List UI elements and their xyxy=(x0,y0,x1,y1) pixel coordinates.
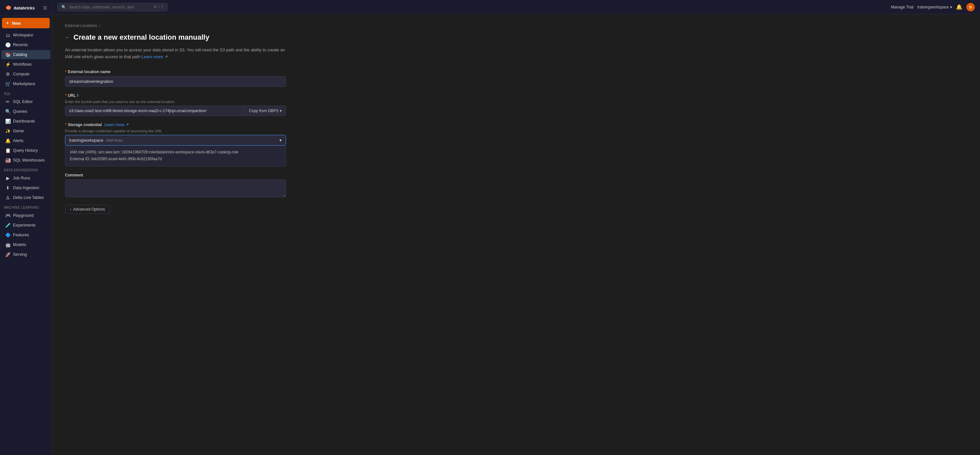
storage-cred-workspace: trainingworkspace xyxy=(69,138,103,143)
data-eng-section-label: Data Engineering xyxy=(0,165,52,173)
sidebar-item-workspace[interactable]: 🗂 Workspace xyxy=(1,30,50,40)
sidebar-item-catalog[interactable]: 📚 Catalog xyxy=(1,50,50,59)
compute-icon: ⚙ xyxy=(5,72,10,77)
workspace-icon: 🗂 xyxy=(5,32,10,38)
url-group: * URL ℹ Enter the bucket path that you w… xyxy=(65,93,286,116)
page-title-row: ← Create a new external location manuall… xyxy=(65,33,967,41)
sidebar-item-queries[interactable]: 🔍 Queries xyxy=(1,107,50,116)
topbar: 🔍 ⌘ + P Manage Trial trainingworkspace ▾… xyxy=(52,0,980,14)
sql-editor-icon: ✏ xyxy=(5,99,10,104)
url-hint: Enter the bucket path that you want to u… xyxy=(65,100,286,104)
storage-cred-required-marker: * xyxy=(65,123,67,127)
sidebar-label-query-history: Query History xyxy=(13,148,38,153)
breadcrumb-separator: › xyxy=(99,24,100,28)
copy-dbfs-button[interactable]: Copy from DBFS ▾ xyxy=(245,106,286,116)
genie-icon: ✨ xyxy=(5,128,10,134)
hamburger-icon[interactable]: ☰ xyxy=(41,3,49,12)
location-name-group: * External location name xyxy=(65,70,286,87)
sidebar-label-serving: Serving xyxy=(13,252,27,257)
storage-cred-hint: Provide a storage credential capable of … xyxy=(65,129,286,133)
storage-cred-group: * Storage credential Learn more ↗ Provid… xyxy=(65,123,286,166)
sidebar-item-query-history[interactable]: 📋 Query History xyxy=(1,146,50,155)
sidebar-top: databricks ☰ xyxy=(0,0,52,16)
query-history-icon: 📋 xyxy=(5,148,10,153)
sidebar-header: databricks ☰ xyxy=(3,3,49,13)
topbar-right: Manage Trial trainingworkspace ▾ 🔔 D xyxy=(891,3,975,11)
sidebar-label-delta-live: Delta Live Tables xyxy=(13,195,44,200)
search-bar[interactable]: 🔍 ⌘ + P xyxy=(57,3,168,11)
comment-input[interactable] xyxy=(65,180,286,197)
sidebar-item-sql-warehouses[interactable]: 🏭 SQL Warehouses xyxy=(1,156,50,165)
sidebar-item-marketplace[interactable]: 🛒 Marketplace xyxy=(1,79,50,88)
advanced-options-button[interactable]: › Advanced Options xyxy=(65,205,110,214)
sidebar-label-queries: Queries xyxy=(13,109,27,114)
sidebar: databricks ☰ ＋ New 🗂 Workspace 🕐 Recents… xyxy=(0,0,52,455)
sidebar-item-workflows[interactable]: ⚡ Workflows xyxy=(1,60,50,69)
queries-icon: 🔍 xyxy=(5,109,10,114)
sidebar-item-features[interactable]: 🔷 Features xyxy=(1,231,50,240)
models-icon: 🤖 xyxy=(5,242,10,247)
sidebar-item-recents[interactable]: 🕐 Recents xyxy=(1,40,50,49)
sidebar-item-sql-editor[interactable]: ✏ SQL Editor xyxy=(1,97,50,106)
job-runs-icon: ▶ xyxy=(5,175,10,181)
sidebar-label-sql-editor: SQL Editor xyxy=(13,99,33,104)
advanced-chevron-icon: › xyxy=(70,207,71,212)
data-ingestion-icon: ⬇ xyxy=(5,185,10,191)
sidebar-item-dashboards[interactable]: 📊 Dashboards xyxy=(1,117,50,126)
page-title: Create a new external location manually xyxy=(73,33,209,41)
storage-cred-selected-value: trainingworkspace (IAM Role) xyxy=(69,138,123,143)
sidebar-label-alerts: Alerts xyxy=(13,138,23,143)
workspace-name-label: trainingworkspace xyxy=(917,5,949,10)
sidebar-item-models[interactable]: 🤖 Models xyxy=(1,240,50,249)
url-input-row: Copy from DBFS ▾ xyxy=(65,106,286,116)
breadcrumb-link[interactable]: External Locations xyxy=(65,24,97,28)
sidebar-item-data-ingestion[interactable]: ⬇ Data Ingestion xyxy=(1,183,50,192)
avatar[interactable]: D xyxy=(966,3,975,11)
url-info-icon[interactable]: ℹ xyxy=(77,93,78,97)
sidebar-label-workflows: Workflows xyxy=(13,62,32,67)
url-required-marker: * xyxy=(65,93,67,98)
search-input[interactable] xyxy=(69,5,134,10)
manage-trial-link[interactable]: Manage Trial xyxy=(891,5,913,10)
sidebar-item-delta-live[interactable]: Δ Delta Live Tables xyxy=(1,193,50,202)
notifications-icon[interactable]: 🔔 xyxy=(956,4,963,10)
back-button[interactable]: ← xyxy=(65,35,70,40)
form-section: * External location name * URL ℹ Enter t… xyxy=(65,70,286,214)
learn-more-link[interactable]: Learn more xyxy=(142,54,163,59)
breadcrumb[interactable]: External Locations › xyxy=(65,24,967,28)
url-label-text: URL xyxy=(68,93,76,98)
sidebar-label-genie: Genie xyxy=(13,129,24,133)
plus-icon: ＋ xyxy=(5,20,10,26)
external-id-label: External ID: xyxy=(70,157,90,161)
storage-cred-dropdown[interactable]: trainingworkspace (IAM Role) ▾ xyxy=(65,135,286,146)
sidebar-item-compute[interactable]: ⚙ Compute xyxy=(1,70,50,79)
sidebar-item-job-runs[interactable]: ▶ Job Runs xyxy=(1,173,50,183)
storage-cred-learn-more-link[interactable]: Learn more xyxy=(104,123,124,127)
sidebar-item-alerts[interactable]: 🔔 Alerts xyxy=(1,136,50,145)
sidebar-item-experiments[interactable]: 🧪 Experiments xyxy=(1,221,50,230)
location-name-input[interactable] xyxy=(65,76,286,87)
sidebar-item-genie[interactable]: ✨ Genie xyxy=(1,126,50,135)
sidebar-item-playground[interactable]: 🎮 Playground xyxy=(1,211,50,220)
url-input[interactable] xyxy=(65,106,245,116)
storage-cred-info-box: IAM role (ARN): arn:aws:iam::18094196870… xyxy=(65,146,286,166)
location-name-label: * External location name xyxy=(65,70,286,74)
sidebar-item-serving[interactable]: 🚀 Serving xyxy=(1,250,50,259)
sql-section-label: SQL xyxy=(0,89,52,97)
sidebar-label-dashboards: Dashboards xyxy=(13,119,35,124)
sidebar-label-recents: Recents xyxy=(13,43,28,47)
new-button[interactable]: ＋ New xyxy=(2,18,50,28)
external-id-value: bdc039f2-eced-4e6c-8f0b-8c62195faa7d xyxy=(91,157,162,161)
sidebar-label-compute: Compute xyxy=(13,72,30,76)
experiments-icon: 🧪 xyxy=(5,223,10,228)
workspace-selector[interactable]: trainingworkspace ▾ xyxy=(917,5,952,10)
storage-dropdown-chevron-icon: ▾ xyxy=(280,138,282,143)
features-icon: 🔷 xyxy=(5,232,10,237)
page-content: External Locations › ← Create a new exte… xyxy=(52,14,980,455)
serving-icon: 🚀 xyxy=(5,252,10,257)
sidebar-logo: databricks xyxy=(3,3,37,13)
sidebar-label-catalog: Catalog xyxy=(13,52,27,57)
location-name-label-text: External location name xyxy=(68,70,110,74)
alerts-icon: 🔔 xyxy=(5,138,10,143)
marketplace-icon: 🛒 xyxy=(5,81,10,86)
